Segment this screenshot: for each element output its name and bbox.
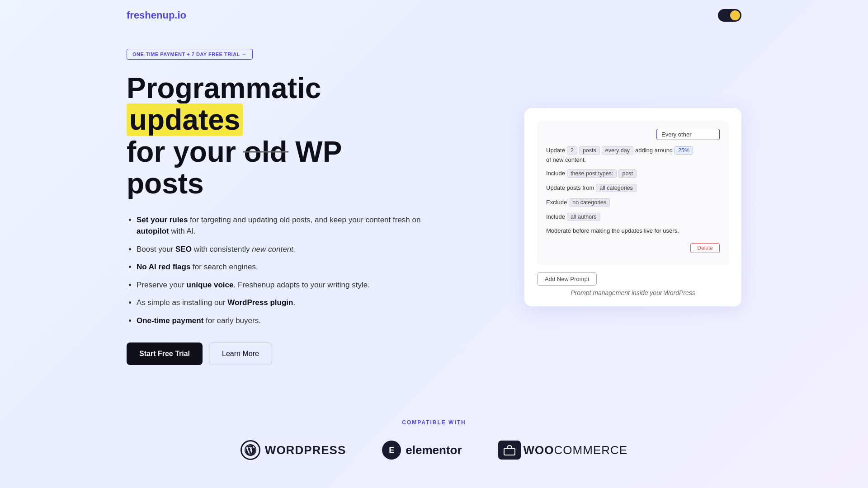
list-item: One-time payment for early buyers. [137, 315, 425, 327]
add-prompt-button[interactable]: Add New Prompt [537, 272, 597, 286]
navbar: freshenup.io [0, 0, 868, 31]
svg-rect-1 [504, 448, 515, 455]
woocommerce-label: WOOCOMMERCE [524, 443, 628, 457]
list-item: Preserve your unique voice. Freshenup ad… [137, 279, 425, 291]
hero-section: ONE-TIME PAYMENT + 7 DAY FREE TRIAL → Pr… [0, 31, 868, 392]
google-section: GOOGLE'S LEAKS: THE FRESHNESS FACTOR REV… [0, 478, 868, 488]
hero-left: ONE-TIME PAYMENT + 7 DAY FREE TRIAL → Pr… [127, 49, 425, 365]
demo-row-exclude: Exclude no categories [546, 198, 720, 206]
wordpress-logo: WORDPRESS [241, 440, 346, 460]
demo-caption: Prompt management inside your WordPress [537, 289, 729, 296]
elementor-logo: E elementor [382, 441, 462, 460]
compatible-section: COMPATIBLE WITH WORDPRESS E elementor [0, 392, 868, 478]
wordpress-icon [241, 440, 260, 460]
demo-card: Update 2 posts every day adding around 2… [524, 108, 741, 306]
list-item: Boost your SEO with consistently new con… [137, 244, 425, 255]
demo-row-moderate: Moderate before making the updates live … [546, 227, 720, 234]
feature-list: Set your rules for targeting and updatin… [127, 214, 425, 327]
demo-search-row [546, 129, 720, 140]
demo-panel: Update 2 posts every day adding around 2… [524, 108, 741, 306]
theme-toggle[interactable] [718, 9, 741, 22]
woocommerce-icon [498, 441, 521, 460]
compat-logos: WORDPRESS E elementor WOOCOMMERCE [127, 440, 741, 460]
promo-badge[interactable]: ONE-TIME PAYMENT + 7 DAY FREE TRIAL → [127, 49, 253, 60]
start-trial-button[interactable]: Start Free Trial [127, 343, 203, 365]
learn-more-button[interactable]: Learn More [209, 343, 272, 365]
demo-row-categories: Update posts from all categories [546, 184, 720, 192]
demo-card-inner: Update 2 posts every day adding around 2… [537, 121, 729, 265]
list-item: As simple as installing our WordPress pl… [137, 297, 425, 309]
woocommerce-logo: WOOCOMMERCE [498, 441, 628, 460]
title-old: old [244, 136, 288, 168]
compat-label: COMPATIBLE WITH [127, 419, 741, 426]
list-item: Set your rules for targeting and updatin… [137, 214, 425, 237]
elementor-label: elementor [406, 443, 462, 457]
demo-row-include: Include these post types: post [546, 169, 720, 178]
hero-buttons: Start Free Trial Learn More [127, 343, 425, 365]
demo-row-update: Update 2 posts every day adding around 2… [546, 146, 720, 163]
list-item: No AI red flags for search engines. [137, 261, 425, 273]
demo-search-input[interactable] [656, 129, 720, 140]
title-highlight: updates [127, 103, 243, 136]
elementor-icon: E [382, 441, 401, 460]
logo[interactable]: freshenup.io [127, 9, 186, 21]
demo-row-authors: Include all authors [546, 213, 720, 221]
logo-text: freshenup.io [127, 9, 186, 21]
title-part2: for your [127, 136, 244, 168]
demo-delete-button[interactable]: Delete [690, 243, 720, 253]
wordpress-label: WORDPRESS [265, 443, 346, 457]
demo-delete-row: Delete [546, 243, 720, 253]
hero-title: Programmatic updates for your old WP pos… [127, 72, 425, 200]
title-part1: Programmatic [127, 72, 321, 104]
